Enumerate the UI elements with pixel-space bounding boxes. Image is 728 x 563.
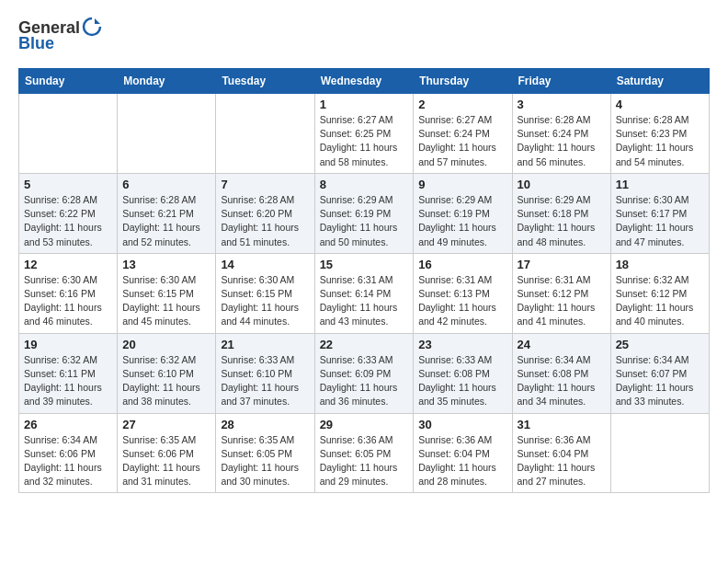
day-info: Sunrise: 6:28 AMSunset: 6:21 PMDaylight:… <box>122 194 200 247</box>
calendar-day-cell: 19 Sunrise: 6:32 AMSunset: 6:11 PMDaylig… <box>19 333 118 413</box>
day-info: Sunrise: 6:34 AMSunset: 6:07 PMDaylight:… <box>616 354 694 408</box>
calendar-day-cell: 24 Sunrise: 6:34 AMSunset: 6:08 PMDaylig… <box>512 333 610 413</box>
day-number: 20 <box>122 338 210 351</box>
day-info: Sunrise: 6:28 AMSunset: 6:22 PMDaylight:… <box>24 194 102 247</box>
day-info: Sunrise: 6:30 AMSunset: 6:15 PMDaylight:… <box>221 274 299 327</box>
day-info: Sunrise: 6:31 AMSunset: 6:13 PMDaylight:… <box>418 274 496 327</box>
calendar-day-cell: 8 Sunrise: 6:29 AMSunset: 6:19 PMDayligh… <box>314 173 414 253</box>
calendar-day-cell: 11 Sunrise: 6:30 AMSunset: 6:17 PMDaylig… <box>610 173 709 253</box>
calendar-day-cell <box>216 94 314 174</box>
day-number: 18 <box>616 258 704 271</box>
calendar-day-cell: 18 Sunrise: 6:32 AMSunset: 6:12 PMDaylig… <box>610 253 709 333</box>
calendar-day-cell: 12 Sunrise: 6:30 AMSunset: 6:16 PMDaylig… <box>19 253 118 333</box>
calendar-day-cell <box>19 94 118 174</box>
calendar-day-cell: 23 Sunrise: 6:33 AMSunset: 6:08 PMDaylig… <box>414 333 512 413</box>
day-info: Sunrise: 6:35 AMSunset: 6:05 PMDaylight:… <box>221 434 299 488</box>
calendar-day-cell: 4 Sunrise: 6:28 AMSunset: 6:23 PMDayligh… <box>610 94 709 174</box>
calendar-week-row: 5 Sunrise: 6:28 AMSunset: 6:22 PMDayligh… <box>19 173 710 253</box>
day-number: 21 <box>221 338 309 351</box>
day-number: 8 <box>320 178 409 191</box>
day-number: 22 <box>320 338 409 351</box>
calendar-day-cell: 16 Sunrise: 6:31 AMSunset: 6:13 PMDaylig… <box>414 253 512 333</box>
weekday-header: Wednesday <box>314 69 414 94</box>
day-number: 1 <box>320 98 409 111</box>
day-info: Sunrise: 6:33 AMSunset: 6:10 PMDaylight:… <box>221 354 299 408</box>
day-number: 27 <box>122 418 210 431</box>
day-info: Sunrise: 6:28 AMSunset: 6:23 PMDaylight:… <box>616 114 694 167</box>
day-number: 13 <box>122 258 210 271</box>
day-number: 30 <box>418 418 506 431</box>
day-info: Sunrise: 6:33 AMSunset: 6:08 PMDaylight:… <box>418 354 496 408</box>
day-info: Sunrise: 6:35 AMSunset: 6:06 PMDaylight:… <box>122 434 200 488</box>
day-number: 25 <box>616 338 704 351</box>
day-info: Sunrise: 6:36 AMSunset: 6:05 PMDaylight:… <box>320 434 398 488</box>
calendar-day-cell: 6 Sunrise: 6:28 AMSunset: 6:21 PMDayligh… <box>118 173 216 253</box>
calendar-day-cell: 27 Sunrise: 6:35 AMSunset: 6:06 PMDaylig… <box>118 413 216 493</box>
day-number: 7 <box>221 178 309 191</box>
calendar-week-row: 12 Sunrise: 6:30 AMSunset: 6:16 PMDaylig… <box>19 253 710 333</box>
calendar-day-cell <box>610 413 709 493</box>
day-info: Sunrise: 6:30 AMSunset: 6:15 PMDaylight:… <box>122 274 200 327</box>
calendar-day-cell: 13 Sunrise: 6:30 AMSunset: 6:15 PMDaylig… <box>118 253 216 333</box>
calendar-day-cell: 25 Sunrise: 6:34 AMSunset: 6:07 PMDaylig… <box>610 333 709 413</box>
day-number: 17 <box>518 258 606 271</box>
day-number: 26 <box>24 418 112 431</box>
day-info: Sunrise: 6:32 AMSunset: 6:11 PMDaylight:… <box>24 354 102 408</box>
calendar-week-row: 26 Sunrise: 6:34 AMSunset: 6:06 PMDaylig… <box>19 413 710 493</box>
calendar-day-cell: 3 Sunrise: 6:28 AMSunset: 6:24 PMDayligh… <box>512 94 610 174</box>
weekday-header: Saturday <box>610 69 709 94</box>
day-info: Sunrise: 6:36 AMSunset: 6:04 PMDaylight:… <box>518 434 596 488</box>
calendar-table: SundayMondayTuesdayWednesdayThursdayFrid… <box>18 68 710 493</box>
weekday-header: Tuesday <box>216 69 314 94</box>
day-info: Sunrise: 6:27 AMSunset: 6:25 PMDaylight:… <box>320 114 398 167</box>
day-info: Sunrise: 6:33 AMSunset: 6:09 PMDaylight:… <box>320 354 398 408</box>
day-info: Sunrise: 6:29 AMSunset: 6:19 PMDaylight:… <box>320 194 398 247</box>
day-number: 10 <box>518 178 606 191</box>
day-info: Sunrise: 6:30 AMSunset: 6:17 PMDaylight:… <box>616 194 694 247</box>
calendar-day-cell: 26 Sunrise: 6:34 AMSunset: 6:06 PMDaylig… <box>19 413 118 493</box>
day-number: 29 <box>320 418 409 431</box>
day-info: Sunrise: 6:29 AMSunset: 6:19 PMDaylight:… <box>418 194 496 247</box>
day-number: 4 <box>616 98 704 111</box>
calendar-day-cell: 20 Sunrise: 6:32 AMSunset: 6:10 PMDaylig… <box>118 333 216 413</box>
calendar-week-row: 19 Sunrise: 6:32 AMSunset: 6:11 PMDaylig… <box>19 333 710 413</box>
day-number: 28 <box>221 418 309 431</box>
day-info: Sunrise: 6:28 AMSunset: 6:24 PMDaylight:… <box>518 114 596 167</box>
day-info: Sunrise: 6:31 AMSunset: 6:12 PMDaylight:… <box>518 274 596 327</box>
calendar-day-cell: 31 Sunrise: 6:36 AMSunset: 6:04 PMDaylig… <box>512 413 610 493</box>
day-info: Sunrise: 6:31 AMSunset: 6:14 PMDaylight:… <box>320 274 398 327</box>
calendar-day-cell: 28 Sunrise: 6:35 AMSunset: 6:05 PMDaylig… <box>216 413 314 493</box>
calendar-day-cell <box>118 94 216 174</box>
weekday-header: Monday <box>118 69 216 94</box>
day-number: 11 <box>616 178 704 191</box>
calendar-day-cell: 21 Sunrise: 6:33 AMSunset: 6:10 PMDaylig… <box>216 333 314 413</box>
calendar-week-row: 1 Sunrise: 6:27 AMSunset: 6:25 PMDayligh… <box>19 94 710 174</box>
day-number: 31 <box>518 418 606 431</box>
day-info: Sunrise: 6:34 AMSunset: 6:06 PMDaylight:… <box>24 434 102 488</box>
calendar-day-cell: 29 Sunrise: 6:36 AMSunset: 6:05 PMDaylig… <box>314 413 414 493</box>
calendar-day-cell: 30 Sunrise: 6:36 AMSunset: 6:04 PMDaylig… <box>414 413 512 493</box>
day-info: Sunrise: 6:36 AMSunset: 6:04 PMDaylight:… <box>418 434 496 488</box>
day-number: 23 <box>418 338 506 351</box>
calendar-day-cell: 1 Sunrise: 6:27 AMSunset: 6:25 PMDayligh… <box>314 94 414 174</box>
day-info: Sunrise: 6:34 AMSunset: 6:08 PMDaylight:… <box>518 354 596 408</box>
calendar-day-cell: 14 Sunrise: 6:30 AMSunset: 6:15 PMDaylig… <box>216 253 314 333</box>
day-info: Sunrise: 6:27 AMSunset: 6:24 PMDaylight:… <box>418 114 496 167</box>
calendar-day-cell: 10 Sunrise: 6:29 AMSunset: 6:18 PMDaylig… <box>512 173 610 253</box>
day-info: Sunrise: 6:32 AMSunset: 6:12 PMDaylight:… <box>616 274 694 327</box>
day-info: Sunrise: 6:32 AMSunset: 6:10 PMDaylight:… <box>122 354 200 408</box>
day-number: 14 <box>221 258 309 271</box>
weekday-header: Sunday <box>19 69 118 94</box>
calendar-day-cell: 15 Sunrise: 6:31 AMSunset: 6:14 PMDaylig… <box>314 253 414 333</box>
calendar-day-cell: 2 Sunrise: 6:27 AMSunset: 6:24 PMDayligh… <box>414 94 512 174</box>
weekday-header: Thursday <box>414 69 512 94</box>
calendar-day-cell: 5 Sunrise: 6:28 AMSunset: 6:22 PMDayligh… <box>19 173 118 253</box>
weekday-header-row: SundayMondayTuesdayWednesdayThursdayFrid… <box>19 69 710 94</box>
calendar-day-cell: 22 Sunrise: 6:33 AMSunset: 6:09 PMDaylig… <box>314 333 414 413</box>
day-info: Sunrise: 6:29 AMSunset: 6:18 PMDaylight:… <box>518 194 596 247</box>
logo: General Blue <box>18 18 102 53</box>
day-number: 6 <box>122 178 210 191</box>
calendar-day-cell: 17 Sunrise: 6:31 AMSunset: 6:12 PMDaylig… <box>512 253 610 333</box>
day-number: 5 <box>24 178 112 191</box>
logo-icon <box>82 17 102 37</box>
